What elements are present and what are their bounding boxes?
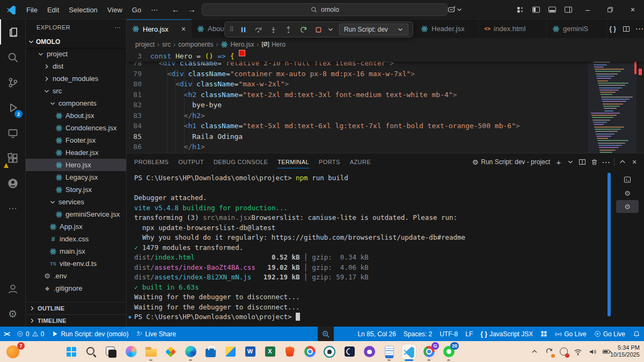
tree-item-Story.jsx[interactable]: Story.jsx <box>26 183 126 196</box>
panel-tab-output[interactable]: OUTPUT <box>178 153 204 171</box>
toggle-secondary-sidebar-icon[interactable] <box>560 2 576 18</box>
run-script-dropdown[interactable]: Run Script: dev <box>339 24 408 35</box>
copilot-button[interactable] <box>448 5 463 14</box>
workspace-root[interactable]: OMOLO <box>26 35 126 48</box>
widgets-button[interactable]: 7 <box>6 344 21 359</box>
code-line-84[interactable]: 84 <h1 className="text-5xl md:text-6xl l… <box>127 121 644 131</box>
maximize-panel[interactable] <box>617 156 628 168</box>
panel-tab-terminal[interactable]: TERMINAL <box>277 153 309 171</box>
breadcrumb-project[interactable]: project <box>135 41 155 48</box>
tree-item-node_modules[interactable]: node_modules <box>26 72 126 85</box>
taskbar-whatsapp[interactable]: 20 <box>442 344 456 359</box>
terminal-task-1[interactable]: ⚙ <box>616 187 639 200</box>
new-terminal[interactable]: + <box>553 156 564 168</box>
more-actions[interactable]: ⋯ <box>634 23 644 35</box>
tray-sync-icon[interactable] <box>544 347 554 357</box>
restart-button[interactable] <box>297 23 310 36</box>
taskbar-github-desktop[interactable] <box>362 344 376 359</box>
tree-item-Header.jsx[interactable]: Header.jsx <box>26 146 126 159</box>
eol[interactable]: LF <box>462 327 477 341</box>
split-editor[interactable] <box>620 23 632 35</box>
customize-layout-icon[interactable] <box>512 2 528 18</box>
menu-go[interactable]: Go <box>127 6 146 14</box>
cursor-position[interactable]: Ln 85, Col 26 <box>354 327 399 341</box>
pause-button[interactable] <box>237 23 250 36</box>
panel-tab-debug-console[interactable]: DEBUG CONSOLE <box>214 153 268 171</box>
taskbar-vscode[interactable] <box>402 344 416 359</box>
taskbar-chrome[interactable] <box>303 344 317 359</box>
taskbar-app-dark[interactable] <box>342 344 356 359</box>
taskbar-copilot[interactable] <box>124 344 138 359</box>
breadcrumb-src[interactable]: src <box>162 41 171 48</box>
code-line-79[interactable]: 79 <div className="container mx-auto px-… <box>127 69 644 79</box>
code-editor[interactable]: 78 <div className="relative z-10 h-full … <box>127 62 644 153</box>
activity-explorer[interactable] <box>0 19 25 45</box>
breadcrumb-components[interactable]: components <box>178 41 213 48</box>
step-out-button[interactable] <box>282 23 295 36</box>
tray-alert-icon[interactable] <box>559 347 568 357</box>
taskbar-clock[interactable]: 5:34 PM 10/15/2025 <box>610 344 640 358</box>
tree-item-main.jsx[interactable]: main.jsx <box>26 245 126 257</box>
step-over-button[interactable] <box>252 23 265 36</box>
menu-selection[interactable]: Selection <box>64 6 102 14</box>
tree-item-src[interactable]: src <box>26 85 126 97</box>
activity-extensions[interactable] <box>0 145 25 171</box>
panel-tab-ports[interactable]: PORTS <box>319 153 340 171</box>
braces-action[interactable]: { } <box>607 23 618 35</box>
tray-chevron-icon[interactable] <box>530 347 539 357</box>
toggle-panel-icon[interactable] <box>544 2 560 18</box>
tree-item-Condolences.jsx[interactable]: Condolences.jsx <box>26 122 126 134</box>
taskbar-task-view[interactable] <box>104 344 118 359</box>
code-line-81[interactable]: 81 <h2 className="text-2xl md:text-3xl f… <box>127 90 644 100</box>
close-button[interactable]: × <box>621 1 644 19</box>
terminal-task-label[interactable]: ⚙ Run Script: dev - project <box>472 158 550 166</box>
code-line-80[interactable]: 80 <div className="max-w-2xl"> <box>127 79 644 90</box>
tree-item-components[interactable]: components <box>26 97 126 109</box>
terminal-output[interactable]: PS C:\Users\HP\Downloads\omolo\project> … <box>127 171 606 327</box>
language-mode[interactable]: { }JavaScript JSX <box>477 327 537 341</box>
terminal-powershell[interactable] <box>616 173 639 186</box>
magnifier-overlay[interactable] <box>318 327 334 341</box>
taskbar-excel[interactable] <box>263 344 277 359</box>
tree-item-.gitignore[interactable]: ◆.gitignore <box>26 282 126 294</box>
encoding[interactable]: UTF-8 <box>436 327 462 341</box>
sticky-scroll-line[interactable]: 3const Hero = () => { <box>127 50 644 62</box>
remote-indicator[interactable]: >< <box>0 327 13 341</box>
activity-source-control[interactable] <box>0 70 25 95</box>
minimap[interactable] <box>588 50 636 156</box>
command-center-search[interactable]: omolo <box>202 3 448 16</box>
menu-view[interactable]: View <box>103 6 127 14</box>
panel-tab-azure[interactable]: AZURE <box>350 153 371 171</box>
tray-volume-icon[interactable] <box>588 347 597 357</box>
code-line-85[interactable]: 85 Raila Odinga <box>127 131 644 142</box>
menu-more[interactable]: ⋯ <box>146 6 163 14</box>
breadcrumb-Hero.jsx[interactable]: Hero.jsx <box>221 41 254 48</box>
more-actions-icon[interactable]: ⋯ <box>115 24 121 31</box>
stop-dropdown-icon[interactable] <box>327 26 334 33</box>
code-line-83[interactable]: 83 </h2> <box>127 110 644 121</box>
terminal-dropdown[interactable] <box>565 156 576 168</box>
tree-item-.env[interactable]: ⚙.env <box>26 270 126 282</box>
tab-geminiS[interactable]: geminiS <box>547 19 607 38</box>
tab-index.html[interactable]: <>index.html <box>479 19 547 38</box>
stop-button[interactable] <box>312 23 325 36</box>
activity-search[interactable] <box>0 45 25 70</box>
back-icon[interactable]: ← <box>170 5 181 14</box>
taskbar-start-button[interactable] <box>64 344 78 359</box>
tree-item-Legacy.jsx[interactable]: Legacy.jsx <box>26 171 126 183</box>
tree-item-services[interactable]: services <box>26 196 126 208</box>
activity-more-views[interactable]: ⋯ <box>0 196 25 221</box>
tray-wifi-icon[interactable] <box>573 347 583 357</box>
tab-Header.jsx[interactable]: Header.jsx <box>415 19 479 38</box>
menu-edit[interactable]: Edit <box>42 6 64 14</box>
section-outline[interactable]: OUTLINE <box>26 302 126 314</box>
notifications[interactable] <box>629 327 644 341</box>
close-panel[interactable]: × <box>629 156 640 168</box>
go-live-broadcast[interactable]: Go Live <box>551 327 590 341</box>
restore-button[interactable] <box>599 1 621 19</box>
more-actions[interactable]: ⋯ <box>601 156 611 168</box>
step-into-button[interactable] <box>267 23 280 36</box>
activity-remote-explorer[interactable] <box>0 120 25 145</box>
kill-terminal[interactable] <box>589 156 599 168</box>
toggle-sidebar-icon[interactable] <box>528 2 544 18</box>
